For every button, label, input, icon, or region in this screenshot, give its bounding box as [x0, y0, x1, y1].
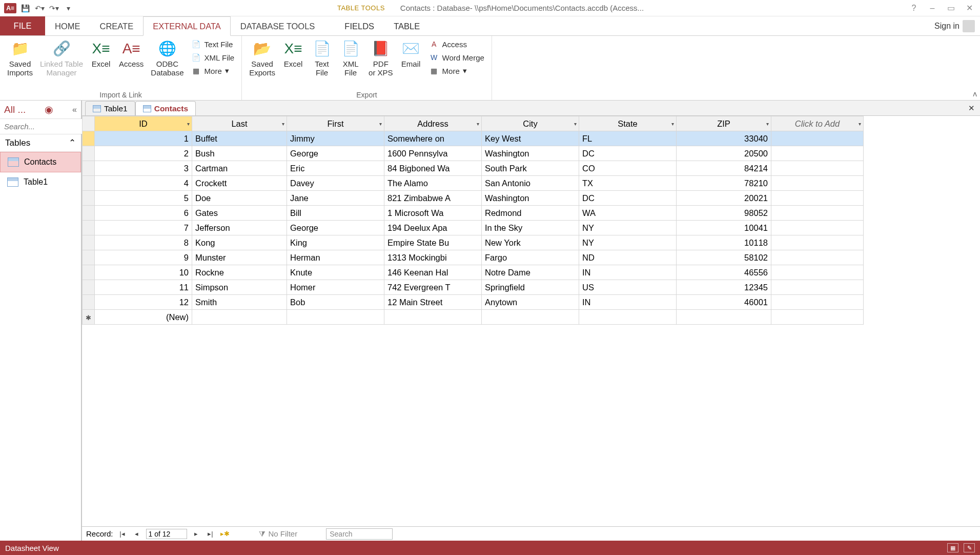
export-more-button[interactable]: ▦More ▾ — [427, 65, 486, 77]
cell-city[interactable]: Washington — [482, 191, 579, 206]
col-header-click-to-add[interactable]: Click to Add▾ — [771, 116, 864, 131]
saved-imports-button[interactable]: 📁Saved Imports — [5, 38, 35, 78]
file-tab[interactable]: FILE — [0, 16, 45, 35]
cell-first[interactable]: Davey — [287, 176, 384, 191]
cell-empty[interactable] — [771, 295, 864, 310]
cell-city[interactable]: Washington — [482, 146, 579, 161]
row-selector[interactable] — [83, 250, 95, 265]
cell-zip[interactable]: 78210 — [677, 176, 771, 191]
cell-address[interactable]: 84 Bigboned Wa — [384, 161, 482, 176]
cell-empty[interactable] — [771, 191, 864, 206]
row-selector[interactable] — [83, 310, 95, 325]
linked-table-manager-button[interactable]: 🔗Linked Table Manager — [38, 38, 85, 78]
cell-last[interactable]: Doe — [192, 191, 287, 206]
cell-zip[interactable]: 46556 — [677, 265, 771, 280]
cell-empty[interactable] — [771, 176, 864, 191]
export-access-button[interactable]: AAccess — [427, 38, 486, 50]
cell-city[interactable]: San Antonio — [482, 176, 579, 191]
cell-id[interactable]: 1 — [95, 131, 192, 146]
cell-last[interactable]: Smith — [192, 295, 287, 310]
table-row[interactable]: 5DoeJane821 Zimbabwe AWashingtonDC20021 — [83, 191, 864, 206]
last-record-button[interactable]: ▸| — [206, 529, 216, 539]
cell-empty[interactable] — [771, 250, 864, 265]
cell-state[interactable]: FL — [579, 131, 677, 146]
cell-city[interactable]: Springfield — [482, 280, 579, 295]
cell-last[interactable]: Crockett — [192, 176, 287, 191]
collapse-ribbon-button[interactable]: ʌ — [973, 90, 977, 98]
cell-empty[interactable] — [771, 221, 864, 235]
doc-tab-table1[interactable]: Table1 — [85, 101, 135, 115]
row-selector[interactable] — [83, 161, 95, 176]
export-email-button[interactable]: ✉️Email — [398, 38, 424, 69]
cell-address[interactable]: 146 Keenan Hal — [384, 265, 482, 280]
cell-zip[interactable]: 20500 — [677, 146, 771, 161]
chevron-down-icon[interactable]: ▾ — [671, 121, 674, 127]
cell-first[interactable]: Eric — [287, 161, 384, 176]
row-selector[interactable] — [83, 295, 95, 310]
row-selector[interactable] — [83, 191, 95, 206]
cell-id[interactable]: 4 — [95, 176, 192, 191]
cell-address[interactable]: 1600 Pennsylva — [384, 146, 482, 161]
row-selector[interactable] — [83, 265, 95, 280]
qat-customize-icon[interactable]: ▾ — [63, 3, 74, 14]
import-text-file-button[interactable]: 📄Text File — [189, 38, 237, 50]
design-view-button[interactable]: ✎ — [964, 543, 975, 552]
tab-external-data[interactable]: EXTERNAL DATA — [143, 16, 231, 36]
datasheet-view-button[interactable]: ▦ — [947, 543, 958, 552]
next-record-button[interactable]: ▸ — [191, 529, 201, 539]
select-all-cell[interactable] — [83, 116, 95, 131]
import-excel-button[interactable]: X≡Excel — [88, 38, 114, 69]
cell-last[interactable]: Buffet — [192, 131, 287, 146]
cell-first[interactable]: Knute — [287, 265, 384, 280]
cell-empty[interactable] — [771, 280, 864, 295]
row-selector[interactable] — [83, 176, 95, 191]
table-row[interactable]: 10RockneKnute146 Keenan HalNotre DameIN4… — [83, 265, 864, 280]
col-header-last[interactable]: Last▾ — [192, 116, 287, 131]
cell-state[interactable]: TX — [579, 176, 677, 191]
close-button[interactable]: ✕ — [963, 3, 976, 13]
cell-state[interactable]: CO — [579, 161, 677, 176]
cell-id[interactable]: 10 — [95, 265, 192, 280]
close-tab-icon[interactable]: ✕ — [968, 104, 975, 113]
table-row[interactable]: 6GatesBill1 Microsoft WaRedmondWA98052 — [83, 206, 864, 221]
cell-state[interactable]: IN — [579, 295, 677, 310]
nav-header[interactable]: All ... ◉ « — [0, 101, 81, 119]
no-filter-indicator[interactable]: ⧩No Filter — [259, 529, 298, 539]
tab-database-tools[interactable]: DATABASE TOOLS — [231, 16, 325, 35]
cell-empty[interactable] — [771, 265, 864, 280]
table-row[interactable]: 3CartmanEric84 Bigboned WaSouth ParkCO84… — [83, 161, 864, 176]
cell-first[interactable]: Jane — [287, 191, 384, 206]
table-row[interactable]: 7JeffersonGeorge194 Deelux ApaIn the Sky… — [83, 221, 864, 235]
tab-create[interactable]: CREATE — [90, 16, 144, 35]
col-header-address[interactable]: Address▾ — [384, 116, 482, 131]
cell-last[interactable]: Bush — [192, 146, 287, 161]
cell-empty[interactable] — [771, 131, 864, 146]
cell-id[interactable]: (New) — [95, 310, 192, 325]
table-row[interactable]: 11SimpsonHomer742 Evergreen TSpringfield… — [83, 280, 864, 295]
cell-zip[interactable]: 84214 — [677, 161, 771, 176]
cell-id[interactable]: 8 — [95, 235, 192, 250]
undo-icon[interactable]: ↶▾ — [34, 3, 45, 14]
cell-last[interactable]: Rockne — [192, 265, 287, 280]
cell-state[interactable]: DC — [579, 191, 677, 206]
cell-id[interactable]: 2 — [95, 146, 192, 161]
cell-id[interactable]: 6 — [95, 206, 192, 221]
table-row[interactable]: 4CrockettDaveyThe AlamoSan AntonioTX7821… — [83, 176, 864, 191]
col-header-zip[interactable]: ZIP▾ — [677, 116, 771, 131]
col-header-first[interactable]: First▾ — [287, 116, 384, 131]
cell-first[interactable]: George — [287, 221, 384, 235]
col-header-city[interactable]: City▾ — [482, 116, 579, 131]
cell-last[interactable]: Munster — [192, 250, 287, 265]
cell-last[interactable]: Cartman — [192, 161, 287, 176]
cell-zip[interactable]: 98052 — [677, 206, 771, 221]
cell-id[interactable]: 7 — [95, 221, 192, 235]
chevron-down-icon[interactable]: ▾ — [574, 121, 577, 127]
export-word-merge-button[interactable]: WWord Merge — [427, 51, 486, 64]
export-excel-button[interactable]: X≡Excel — [280, 38, 306, 69]
row-selector[interactable] — [83, 235, 95, 250]
row-selector[interactable] — [83, 131, 95, 146]
new-record-button[interactable]: ▸✱ — [220, 529, 230, 539]
cell-first[interactable]: King — [287, 235, 384, 250]
restore-button[interactable]: ▭ — [944, 3, 957, 13]
cell-id[interactable]: 3 — [95, 161, 192, 176]
